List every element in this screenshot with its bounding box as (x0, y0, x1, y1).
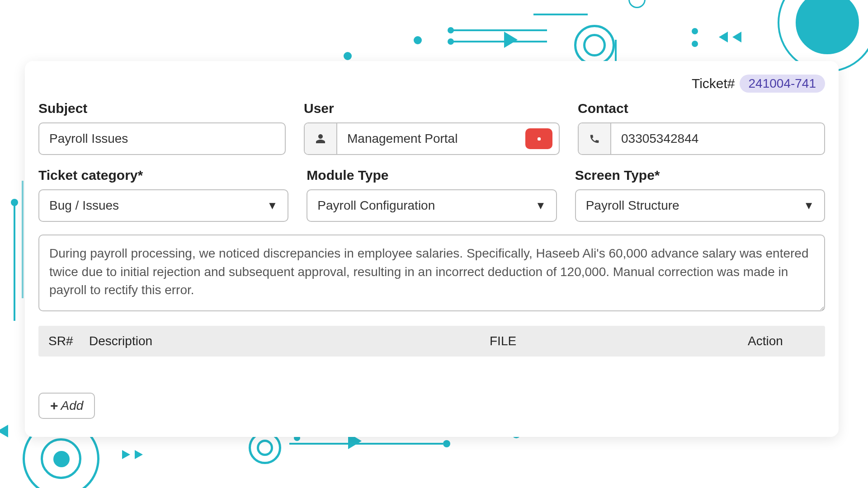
col-sr: SR# (48, 334, 89, 348)
chevron-down-icon: ▼ (267, 199, 278, 212)
form-row-2: Ticket category* Bug / Issues ▼ Module T… (38, 168, 825, 222)
subject-field: Subject (38, 101, 286, 155)
ticket-number-badge: 241004-741 (740, 75, 825, 93)
module-value: Payroll Configuration (317, 198, 435, 213)
form-row-1: Subject User Contact (38, 101, 825, 155)
col-description: Description (89, 334, 490, 348)
add-button-label: Add (61, 399, 84, 413)
category-label: Ticket category* (38, 168, 288, 183)
user-lookup-button[interactable] (525, 128, 552, 149)
category-select[interactable]: Bug / Issues ▼ (38, 189, 288, 222)
user-label: User (304, 101, 560, 116)
col-file: FILE (490, 334, 716, 348)
description-textarea[interactable] (38, 235, 825, 311)
screen-value: Payroll Structure (586, 198, 679, 213)
subject-input[interactable] (38, 122, 286, 155)
screen-label: Screen Type* (575, 168, 825, 183)
user-input-group (304, 122, 560, 155)
ticket-number-label: Ticket# (692, 76, 735, 91)
category-value: Bug / Issues (49, 198, 119, 213)
module-field: Module Type Payroll Configuration ▼ (307, 168, 557, 222)
ticket-number-bar: Ticket# 241004-741 (38, 75, 825, 93)
contact-input[interactable] (611, 123, 824, 154)
ticket-form-card: Ticket# 241004-741 Subject User Contact (25, 61, 839, 437)
screen-field: Screen Type* Payroll Structure ▼ (575, 168, 825, 222)
plus-icon: + (50, 398, 58, 413)
user-icon (305, 123, 337, 154)
user-field: User (304, 101, 560, 155)
module-label: Module Type (307, 168, 557, 183)
contact-field: Contact (578, 101, 825, 155)
attachments-table-header: SR# Description FILE Action (38, 326, 825, 357)
col-action: Action (716, 334, 815, 348)
module-select[interactable]: Payroll Configuration ▼ (307, 189, 557, 222)
add-attachment-button[interactable]: + Add (38, 393, 95, 419)
screen-select[interactable]: Payroll Structure ▼ (575, 189, 825, 222)
chevron-down-icon: ▼ (803, 199, 814, 212)
category-field: Ticket category* Bug / Issues ▼ (38, 168, 288, 222)
chevron-down-icon: ▼ (535, 199, 546, 212)
phone-icon (579, 123, 611, 154)
user-input[interactable] (337, 123, 519, 154)
contact-input-group (578, 122, 825, 155)
subject-label: Subject (38, 101, 286, 116)
contact-label: Contact (578, 101, 825, 116)
